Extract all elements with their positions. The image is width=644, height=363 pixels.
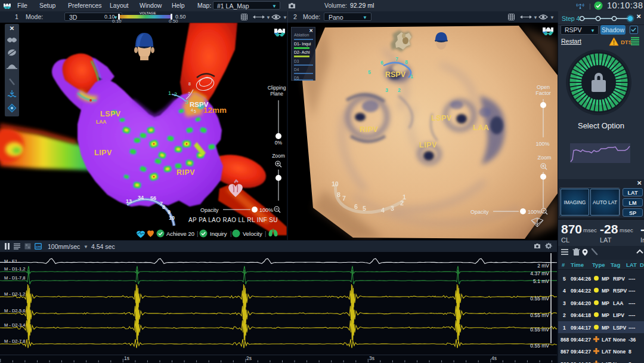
svg-text:Opacity: Opacity — [470, 209, 489, 215]
svg-text:RIPV: RIPV — [177, 168, 195, 177]
svg-text:LSPV: LSPV — [431, 114, 452, 122]
svg-text:M - E1: M - E1 — [4, 259, 17, 264]
svg-text:2: 2 — [174, 91, 177, 97]
svg-text:3: 3 — [391, 205, 394, 212]
svg-text:5: 5 — [194, 109, 196, 113]
svg-text:5: 5 — [363, 205, 366, 212]
svg-text:M - D2-3,4: M - D2-3,4 — [4, 322, 25, 328]
svg-text:6: 6 — [380, 60, 383, 66]
svg-text:LIPV: LIPV — [419, 141, 437, 149]
svg-text:Open: Open — [537, 84, 550, 90]
svg-text:0.55 mV: 0.55 mV — [530, 312, 549, 318]
svg-text:RIPV: RIPV — [360, 125, 378, 134]
svg-text:|: | — [197, 230, 199, 237]
svg-text:✕: ✕ — [10, 25, 14, 32]
svg-text:5: 5 — [368, 69, 371, 75]
svg-text:Factor: Factor — [535, 90, 551, 96]
svg-text:100%: 100% — [259, 207, 273, 213]
svg-text:LIPV: LIPV — [94, 149, 112, 157]
svg-text:4s: 4s — [491, 355, 497, 361]
svg-text:2: 2 — [398, 87, 401, 93]
svg-text:|: | — [230, 230, 232, 237]
svg-text:12mm: 12mm — [203, 106, 227, 115]
svg-text:8: 8 — [337, 191, 340, 198]
svg-text:34: 34 — [138, 195, 144, 201]
svg-text:M - D2-1,2: M - D2-1,2 — [4, 291, 25, 297]
svg-text:1s: 1s — [124, 355, 129, 361]
svg-text:7: 7 — [395, 56, 398, 62]
svg-text:8: 8 — [188, 82, 191, 86]
svg-text:0.55 mV: 0.55 mV — [530, 296, 549, 302]
svg-text:4: 4 — [191, 108, 193, 112]
svg-text:10: 10 — [169, 215, 175, 221]
svg-text:LAA: LAA — [473, 124, 489, 132]
svg-text:4.37 mV: 4.37 mV — [530, 270, 549, 276]
svg-text:LAA: LAA — [96, 119, 106, 125]
svg-text:7: 7 — [188, 91, 190, 96]
svg-text:M - D1-1,2: M - D1-1,2 — [4, 266, 25, 272]
svg-text:3: 3 — [385, 87, 388, 93]
svg-text:3s: 3s — [369, 355, 374, 361]
svg-text:Velocity: Velocity — [243, 230, 262, 237]
svg-text:8: 8 — [162, 204, 165, 210]
svg-text:Zoom: Zoom — [272, 153, 285, 159]
svg-text:7: 7 — [342, 195, 346, 202]
svg-text:0.55 mV: 0.55 mV — [530, 327, 549, 333]
svg-text:M - D2-7,8: M - D2-7,8 — [4, 339, 25, 344]
svg-text:1: 1 — [168, 90, 171, 96]
svg-text:6: 6 — [354, 203, 358, 210]
svg-text:M - D1-7,8: M - D1-7,8 — [4, 275, 25, 281]
svg-text:13: 13 — [126, 198, 132, 204]
svg-text:9: 9 — [168, 209, 171, 215]
svg-text:5.1 mV: 5.1 mV — [533, 278, 549, 284]
svg-text:Clipping: Clipping — [268, 85, 286, 91]
svg-text:Zoom: Zoom — [537, 155, 551, 161]
svg-text:8: 8 — [405, 59, 408, 65]
svg-text:RSPV: RSPV — [385, 70, 406, 79]
svg-text:AP PA LAO RAO LL RL INF: AP PA LAO RAO LL RL INF SU — [188, 217, 278, 223]
svg-text:Opacity: Opacity — [200, 207, 219, 213]
svg-text:|: | — [265, 230, 267, 237]
svg-text:100%: 100% — [535, 141, 549, 147]
svg-text:2 mV: 2 mV — [537, 263, 549, 269]
svg-text:2s: 2s — [246, 355, 252, 361]
svg-text:Achieve 20: Achieve 20 — [166, 230, 194, 237]
svg-text:Plane: Plane — [270, 91, 283, 97]
svg-text:10: 10 — [332, 180, 339, 187]
svg-text:1: 1 — [402, 193, 406, 201]
svg-text:1: 1 — [410, 73, 413, 79]
svg-text:4: 4 — [381, 207, 385, 214]
svg-text:LSPV: LSPV — [100, 110, 121, 118]
svg-text:0%: 0% — [275, 140, 283, 146]
svg-text:cm: cm — [36, 245, 41, 248]
svg-text:56: 56 — [150, 195, 156, 201]
svg-text:Inquiry: Inquiry — [210, 230, 227, 237]
svg-text:3: 3 — [185, 99, 188, 105]
svg-text:0.55 mV: 0.55 mV — [530, 343, 549, 349]
svg-text:100%: 100% — [528, 209, 541, 215]
svg-text:M - D2-5,6: M - D2-5,6 — [4, 308, 25, 313]
